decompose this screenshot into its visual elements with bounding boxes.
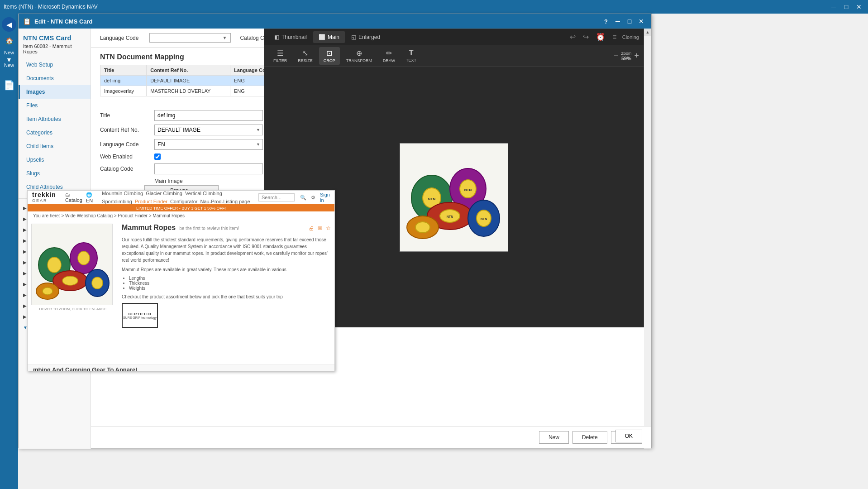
new-btn[interactable]: New — [539, 431, 569, 444]
preview-content-col: Mammut Ropes be the first to review this… — [118, 220, 334, 364]
layers-btn[interactable]: ≡ — [610, 31, 618, 43]
ok-btn[interactable]: OK — [615, 430, 642, 442]
nav-product-finder[interactable]: Product Finder — [135, 199, 167, 204]
svg-point-21 — [62, 276, 78, 285]
nav-glacier[interactable]: Glacier Climbing — [146, 191, 182, 196]
new-btn-left-2[interactable]: New — [1, 62, 17, 68]
resize-icon: ⤡ — [302, 49, 308, 58]
nav-mountain[interactable]: Mountain Climbing — [102, 191, 143, 196]
preview-rope-svg — [32, 224, 112, 305]
trekkin-gear-label: GEAR — [32, 199, 56, 203]
preview-nav: Mountain Climbing Glacier Climbing Verti… — [102, 191, 254, 204]
sidebar-item-child-items[interactable]: Child Items — [19, 139, 91, 153]
sidebar-item-web-setup[interactable]: Web Setup — [19, 58, 91, 72]
text-tool[interactable]: T TEXT — [401, 47, 421, 65]
img-tab-enlarged[interactable]: ◱ Enlarged — [346, 31, 386, 43]
breadcrumb: You are here: > Wide Webshop Catalog > P… — [28, 211, 334, 220]
lang-code-select[interactable]: EN — [154, 139, 263, 150]
sidebar-item-images[interactable]: Images — [19, 85, 91, 99]
svg-point-23 — [92, 277, 103, 289]
title-label: Title — [100, 112, 154, 119]
sign-in-link[interactable]: Sign in — [320, 192, 330, 203]
nav-back-btn[interactable]: ◀ — [2, 17, 16, 32]
share-icon[interactable]: ✉ — [318, 225, 322, 231]
crop-tool[interactable]: ⊡ CROP — [319, 47, 340, 65]
product-list: Lengths Thickness Weights — [122, 276, 331, 291]
new-btn-left-1[interactable]: New — [1, 50, 17, 55]
table-cell-1: DEFAULT IMAGE — [147, 76, 230, 86]
filter-icon: ☰ — [277, 49, 283, 58]
img-tab-thumbnail[interactable]: ◧ Thumbnail — [269, 31, 312, 43]
thumbnail-tab-icon: ◧ — [274, 34, 279, 40]
history-btn[interactable]: ⏰ — [594, 31, 607, 43]
col-header-title: Title — [100, 65, 147, 76]
zoom-minus-btn[interactable]: − — [614, 51, 619, 61]
sidebar-item-categories[interactable]: Categories — [19, 126, 91, 139]
certified-badge: CERTIFIED SURE GRIP technology — [122, 303, 158, 328]
catalog-link[interactable]: 🗂 Catalog — [65, 192, 82, 203]
delete-btn[interactable]: Delete — [572, 431, 607, 444]
preview-bottom-strip: mbing And Camping Gear To Apparel as wha… — [28, 364, 334, 371]
nav-sport[interactable]: Sportclimbing — [102, 199, 132, 204]
sidebar-item-item-attributes[interactable]: Item Attributes — [19, 112, 91, 126]
table-cell-1: MASTERCHILD OVERLAY — [147, 86, 230, 96]
edit-window-icon: 📋 — [23, 18, 31, 25]
edit-minimize-btn[interactable]: ─ — [612, 16, 623, 26]
sidebar-item-upsells[interactable]: Upsells — [19, 153, 91, 167]
table-cell-0: def img — [100, 76, 147, 86]
draw-label: DRAW — [383, 58, 395, 63]
print-icon[interactable]: 🖨 — [309, 225, 314, 231]
title-input[interactable] — [154, 110, 263, 121]
web-enabled-checkbox[interactable] — [154, 153, 161, 160]
nav-configurator[interactable]: Configurator — [170, 199, 198, 204]
nav-home-icon[interactable]: 🏠 — [2, 34, 16, 48]
bookmark-icon[interactable]: ☆ — [326, 225, 331, 231]
resize-tool[interactable]: ⤡ RESIZE — [293, 47, 317, 65]
trekkin-logo: trekkin — [32, 192, 56, 198]
language-link[interactable]: 🌐 EN — [86, 192, 93, 203]
preview-search-input[interactable] — [258, 193, 295, 201]
list-item-thickness: Thickness — [129, 281, 331, 286]
preview-header: trekkin GEAR 🗂 Catalog 🌐 EN Mountain Cli… — [28, 191, 334, 205]
search-icon[interactable]: 🔍 — [300, 195, 306, 201]
transform-tool[interactable]: ⊕ TRANSFORM — [342, 47, 377, 65]
product-subtitle: be the first to review this item! — [179, 226, 239, 231]
sidebar-item-slugs[interactable]: Slugs — [19, 167, 91, 180]
svg-text:NTN: NTN — [481, 217, 487, 221]
text-label: TEXT — [406, 58, 416, 62]
list-item-lengths: Lengths — [129, 276, 331, 281]
edit-close-btn[interactable]: ✕ — [636, 16, 647, 26]
language-code-dropdown[interactable]: ▼ — [149, 33, 231, 43]
scroll-track[interactable] — [644, 36, 651, 441]
help-icon[interactable]: ? — [604, 18, 608, 25]
nav-vertical[interactable]: Vertical Climbing — [185, 191, 222, 196]
zoom-plus-btn[interactable]: + — [634, 51, 639, 61]
draw-tool[interactable]: ✏ DRAW — [378, 47, 400, 65]
scroll-up-arrow[interactable]: ▲ — [644, 29, 651, 36]
svg-point-14 — [415, 222, 430, 233]
outer-close-btn[interactable]: ✕ — [854, 2, 864, 12]
outer-restore-btn[interactable]: □ — [841, 2, 852, 12]
sidebar-item-files[interactable]: Files — [19, 99, 91, 112]
edit-window-title: Edit - NTN CMS Card — [34, 18, 93, 25]
svg-text:NTN: NTN — [428, 197, 436, 201]
undo-btn[interactable]: ↩ — [568, 31, 577, 43]
right-scrollbar[interactable]: ▲ ▼ — [644, 29, 651, 449]
filter-icon-preview[interactable]: ⚙ — [311, 195, 315, 201]
img-tab-main[interactable]: ⬜ Main — [313, 31, 345, 43]
outer-title-bar: Items (NTN) - Microsoft Dynamics NAV ─ □… — [0, 0, 868, 14]
product-description: Our ropes fulfill the strictest standard… — [122, 236, 331, 264]
form-row-lang-code: Language Code EN — [100, 139, 263, 150]
hover-text: HOVER TO ZOOM, CLICK TO ENLARGE — [31, 307, 114, 311]
main-image-label: Main Image — [154, 178, 209, 184]
catalog-code-form-label: Catalog Code — [100, 166, 154, 172]
form-row-content-ref: Content Ref No. DEFAULT IMAGE — [100, 125, 263, 135]
sidebar-item-documents[interactable]: Documents — [19, 72, 91, 85]
redo-btn[interactable]: ↪ — [581, 31, 591, 43]
edit-restore-btn[interactable]: □ — [624, 16, 635, 26]
filter-tool[interactable]: ☰ FILTER — [269, 47, 291, 65]
content-ref-select[interactable]: DEFAULT IMAGE — [154, 125, 263, 135]
nav-listing[interactable]: Nau-Prod-Listing page — [200, 199, 250, 204]
catalog-code-input[interactable] — [154, 163, 263, 174]
outer-minimize-btn[interactable]: ─ — [828, 2, 839, 12]
